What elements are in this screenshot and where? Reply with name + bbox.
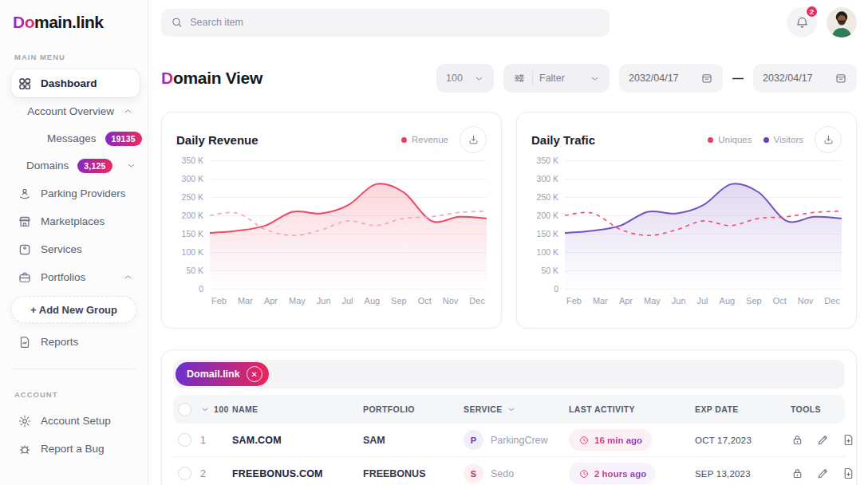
column-header-tools: TOOLS	[791, 404, 845, 414]
download-chart-button[interactable]	[460, 126, 487, 153]
file-add-icon[interactable]	[842, 467, 855, 480]
y-axis-label: 300 K	[537, 174, 558, 183]
sidebar-item-services[interactable]: Services	[11, 235, 140, 263]
row-checkbox[interactable]	[178, 467, 191, 480]
column-header-last-activity[interactable]: LAST ACTIVITY	[569, 404, 695, 414]
last-activity-cell: 16 min ago	[569, 429, 695, 451]
x-axis-label: Feb	[566, 296, 582, 306]
filter-chip-domail-link[interactable]: Domail.link ✕	[176, 362, 269, 386]
download-chart-button[interactable]	[815, 126, 842, 153]
table-row[interactable]: 2 FREEBONUS.COM FREEBONUS S Sedo 2 hours…	[173, 457, 845, 485]
x-axis-label: Mar	[593, 296, 608, 306]
last-activity-pill: 2 hours ago	[569, 463, 656, 484]
area-fill	[565, 183, 842, 289]
chart-header: Daily Revenue Revenue	[176, 125, 487, 154]
column-header-exp-date[interactable]: EXP DATE	[695, 404, 791, 414]
x-axis-label: Apr	[264, 296, 278, 306]
sidebar-item-messages[interactable]: Messages 19135	[32, 125, 140, 152]
chevron-up-icon[interactable]	[123, 272, 133, 282]
chart-plot-area: 350 K300 K250 K200 K150 K100 K50 K0	[210, 160, 487, 289]
report-icon	[18, 335, 32, 349]
main-menu: Dashboard Account Overview Messages 1913…	[11, 69, 140, 356]
daily-revenue-chart-card: Daily Revenue Revenue 350 K300 K250 K200…	[161, 112, 502, 329]
filter-select[interactable]: Falter	[503, 64, 610, 93]
select-all-checkbox[interactable]	[178, 403, 191, 416]
table-header-select-count[interactable]: 100	[200, 404, 232, 414]
legend-item[interactable]: Uniques	[708, 135, 752, 144]
exp-date-value: OCT 17,2023	[695, 436, 791, 445]
table-row[interactable]: 1 SAM.COM SAM P ParkingCrew 16 min ago O…	[173, 424, 845, 457]
filter-value: Falter	[539, 73, 583, 84]
download-icon	[823, 134, 834, 146]
sidebar-item-label: Dashboard	[41, 77, 133, 89]
topbar: 2	[148, 0, 868, 45]
y-axis-label: 100 K	[537, 247, 558, 257]
row-checkbox[interactable]	[178, 433, 191, 447]
x-axis-label: Jun	[317, 296, 331, 306]
chevron-down-icon	[507, 404, 516, 414]
sidebar-item-label: Messages	[47, 132, 97, 144]
date-to-input[interactable]: 2032/04/17	[753, 64, 857, 93]
chart-title: Daily Trafic	[531, 133, 595, 147]
chart-title: Daily Revenue	[176, 133, 258, 147]
legend-item[interactable]: Visitors	[763, 135, 804, 144]
x-axis-label: Nov	[798, 296, 814, 306]
lock-icon[interactable]	[791, 467, 804, 480]
search-bar[interactable]	[161, 9, 610, 37]
legend-label: Visitors	[774, 135, 804, 144]
legend-item[interactable]: Revenue	[401, 135, 448, 144]
page-size-select[interactable]: 100	[436, 64, 494, 93]
chevron-down-icon[interactable]	[126, 160, 136, 171]
main-menu-label: MAIN MENU	[14, 53, 140, 61]
charts-row: Daily Revenue Revenue 350 K300 K250 K200…	[161, 112, 857, 329]
sidebar-item-marketplaces[interactable]: Marketplaces	[11, 207, 140, 235]
x-axis-label: Sep	[391, 296, 407, 306]
row-tools	[791, 433, 868, 447]
file-add-icon[interactable]	[842, 433, 855, 447]
remove-filter-icon[interactable]: ✕	[247, 366, 262, 382]
user-avatar[interactable]	[827, 7, 857, 37]
x-axis: FebMarAprMayJunJulAugSepOctNovDec	[565, 296, 842, 306]
chart-series-svg	[565, 160, 842, 289]
column-header-name[interactable]: NAME	[232, 404, 363, 414]
x-axis-label: May	[289, 296, 306, 306]
y-axis-label: 0	[199, 284, 203, 294]
sidebar-item-parking-providers[interactable]: Parking Providers	[11, 179, 140, 207]
add-new-group-button[interactable]: + Add New Group	[11, 296, 136, 323]
y-axis-label: 150 K	[182, 229, 203, 239]
sidebar-item-portfolios[interactable]: Portfolios	[11, 263, 140, 291]
sidebar-item-dashboard[interactable]: Dashboard	[11, 69, 140, 97]
date-to-value: 2032/04/17	[763, 73, 813, 84]
sidebar-item-report-bug[interactable]: Report a Bug	[11, 435, 140, 463]
edit-icon[interactable]	[816, 433, 830, 447]
x-axis-label: Jul	[342, 296, 353, 306]
search-input[interactable]	[190, 17, 600, 28]
calendar-icon	[700, 72, 713, 85]
x-axis-label: May	[644, 296, 661, 306]
x-axis-label: Nov	[443, 296, 459, 306]
date-from-input[interactable]: 2032/04/17	[619, 64, 723, 93]
service-initial-badge: P	[464, 430, 483, 450]
sidebar-item-account-overview[interactable]: Account Overview	[11, 97, 140, 125]
x-axis-label: Feb	[211, 296, 227, 306]
chevron-up-icon[interactable]	[123, 106, 133, 116]
dashboard-icon	[18, 77, 32, 91]
sidebar-item-label: Marketplaces	[41, 215, 133, 227]
page-size-value: 100	[446, 73, 463, 84]
edit-icon[interactable]	[816, 467, 830, 480]
sidebar-item-label: Account Setup	[41, 415, 133, 427]
y-axis-label: 150 K	[537, 229, 558, 239]
filter-divider	[532, 71, 533, 85]
y-axis-label: 250 K	[537, 192, 558, 202]
notifications-button[interactable]: 2	[787, 7, 817, 37]
column-header-portfolio[interactable]: PORTFOLIO	[363, 404, 464, 414]
search-icon	[171, 16, 183, 29]
lock-icon[interactable]	[791, 433, 804, 447]
sidebar-item-reports[interactable]: Reports	[11, 328, 140, 356]
service-cell: P ParkingCrew	[464, 430, 569, 450]
sidebar-item-account-setup[interactable]: Account Setup	[11, 407, 140, 435]
sidebar-item-label: Report a Bug	[41, 443, 133, 455]
sidebar-item-domains[interactable]: Domains 3,125	[11, 152, 140, 179]
legend-label: Uniques	[718, 135, 752, 144]
column-header-service[interactable]: SERVICE	[464, 404, 569, 414]
